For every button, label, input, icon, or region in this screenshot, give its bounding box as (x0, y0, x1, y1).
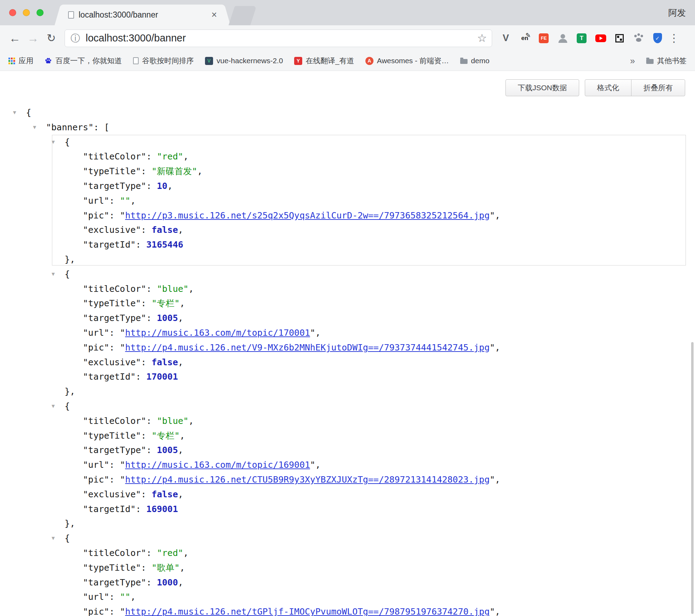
json-key: "titleColor" (83, 284, 146, 294)
shield-extension-icon[interactable]: ✓ (650, 31, 665, 46)
json-link[interactable]: http://p3.music.126.net/s25q2x5QyqsAzilC… (125, 210, 490, 221)
fullscreen-window-button[interactable] (37, 9, 44, 16)
json-number: 169001 (146, 504, 178, 514)
json-link[interactable]: http://music.163.com/m/topic/170001 (125, 328, 310, 338)
json-string: "" (120, 196, 130, 206)
url-text[interactable]: localhost:3000/banner (86, 32, 186, 44)
bookmark-youdao-translate[interactable]: Y 在线翻译_有道 (294, 56, 354, 66)
extensions-area: V en ✎ FE T (498, 31, 665, 46)
json-key: "exclusive" (83, 489, 141, 499)
tampermonkey-extension-icon[interactable]: T (574, 31, 589, 46)
json-key: "pic" (83, 342, 109, 353)
people-extension-icon[interactable] (555, 31, 570, 46)
address-bar[interactable]: ⓘ localhost:3000/banner ☆ (65, 30, 492, 47)
fe-extension-icon[interactable]: FE (536, 31, 551, 46)
json-boolean: false (152, 489, 178, 499)
close-tab-icon[interactable]: × (211, 10, 217, 20)
bookmark-star-icon[interactable]: ☆ (477, 32, 487, 45)
vimium-extension-icon[interactable]: V (498, 31, 513, 46)
back-button[interactable]: ← (6, 32, 24, 45)
bookmark-awesomes[interactable]: A Awesomes - 前端资… (365, 56, 449, 66)
json-key: "url" (83, 196, 109, 206)
tab-title: localhost:3000/banner (79, 10, 208, 20)
active-tab[interactable]: localhost:3000/banner × (62, 5, 223, 25)
collapse-all-button[interactable]: 折叠所有 (631, 79, 685, 96)
json-line: "typeTitle": "歌单", (0, 561, 695, 575)
reload-button[interactable]: ↻ (42, 32, 60, 45)
json-line: ▼{ (0, 105, 695, 120)
json-link[interactable]: http://music.163.com/m/topic/169001 (125, 460, 310, 470)
bookmark-folder-others[interactable]: 其他书签 (646, 56, 687, 66)
paw-extension-icon[interactable] (631, 31, 646, 46)
json-key: "targetType" (83, 181, 146, 191)
json-line: ▼{ (0, 399, 695, 414)
format-button[interactable]: 格式化 (585, 79, 631, 96)
json-line: "targetId": 170001 (0, 369, 695, 384)
json-line: ▼{ (0, 135, 695, 150)
youtube-extension-icon[interactable] (593, 31, 608, 46)
json-line: "targetType": 1005, (0, 311, 695, 326)
apps-grid-icon (8, 58, 15, 64)
minimize-window-button[interactable] (23, 9, 30, 16)
bookmarks-overflow-icon[interactable]: » (630, 56, 635, 66)
json-line: "url": "http://music.163.com/m/topic/169… (0, 458, 695, 472)
json-key: "exclusive" (83, 225, 141, 235)
bookmark-folder-demo[interactable]: demo (460, 57, 490, 65)
json-string: "歌单" (152, 563, 180, 573)
qrcode-extension-icon[interactable] (612, 31, 627, 46)
download-json-button[interactable]: 下载JSON数据 (505, 79, 579, 96)
collapse-toggle-icon[interactable]: ▼ (52, 135, 65, 150)
bookmarks-bar: 应用 百度一下，你就知道 谷歌按时间排序 V vue-hackernews-2.… (0, 51, 695, 71)
format-collapse-group: 格式化 折叠所有 (585, 79, 685, 96)
browser-menu-icon[interactable]: ⋮ (668, 32, 680, 45)
json-string: "新碟首发" (152, 166, 197, 176)
collapse-toggle-icon[interactable]: ▼ (33, 120, 46, 135)
json-line: ▼{ (0, 531, 695, 546)
json-key: "url" (83, 328, 109, 338)
profile-name[interactable]: 阿发 (668, 7, 686, 19)
collapse-toggle-icon[interactable]: ▼ (13, 105, 26, 120)
json-line: "targetType": 1005, (0, 443, 695, 458)
collapse-toggle-icon[interactable]: ▼ (52, 399, 65, 414)
site-info-icon[interactable]: ⓘ (71, 32, 80, 45)
json-number: 1005 (157, 313, 178, 323)
json-key: "targetType" (83, 313, 146, 323)
json-line: "pic": "http://p4.music.126.net/CTU5B9R9… (0, 472, 695, 487)
json-object: ▼{"titleColor": "red","typeTitle": "歌单",… (0, 531, 695, 616)
json-key: "targetId" (83, 240, 136, 250)
json-line: "typeTitle": "专栏", (0, 428, 695, 443)
new-tab-button[interactable] (229, 6, 257, 25)
json-key: "typeTitle" (83, 563, 141, 573)
json-key: "url" (83, 460, 109, 470)
toolbar: ← → ↻ ⓘ localhost:3000/banner ☆ V en ✎ F… (0, 25, 695, 51)
json-line: }, (0, 384, 695, 399)
json-line: "typeTitle": "专栏", (0, 296, 695, 311)
collapse-toggle-icon[interactable]: ▼ (52, 531, 65, 546)
json-key: "titleColor" (83, 548, 146, 558)
bookmark-google-sort[interactable]: 谷歌按时间排序 (133, 56, 194, 66)
json-line: "typeTitle": "新碟首发", (0, 164, 695, 179)
scrollbar-thumb[interactable] (691, 342, 694, 614)
bookmark-baidu[interactable]: 百度一下，你就知道 (45, 56, 122, 66)
json-key: "targetType" (83, 445, 146, 455)
json-number: 1000 (157, 577, 178, 588)
translate-extension-icon[interactable]: en ✎ (517, 31, 532, 46)
collapse-toggle-icon[interactable]: ▼ (52, 267, 65, 282)
bookmark-vue-hackernews[interactable]: V vue-hackernews-2.0 (205, 57, 283, 65)
json-number: 10 (157, 181, 167, 191)
vue-favicon: V (205, 57, 213, 65)
close-window-button[interactable] (9, 9, 16, 16)
json-line: "targetType": 1000, (0, 575, 695, 590)
json-number: 170001 (146, 372, 178, 382)
json-line: "url": "", (0, 590, 695, 604)
json-line: "url": "", (0, 194, 695, 208)
json-link[interactable]: http://p4.music.126.net/CTU5B9R9y3XyYBZX… (125, 474, 490, 485)
json-key: "typeTitle" (83, 431, 141, 441)
forward-button[interactable]: → (24, 32, 42, 45)
json-link[interactable]: http://p4.music.126.net/V9-MXz6b2MNhEKju… (125, 342, 490, 353)
json-key: "url" (83, 592, 109, 602)
json-link[interactable]: http://p4.music.126.net/tGPljf-IMOCyPvum… (125, 607, 490, 616)
json-string: "" (120, 592, 130, 602)
bookmark-apps[interactable]: 应用 (8, 56, 33, 66)
json-line: "exclusive": false, (0, 355, 695, 370)
